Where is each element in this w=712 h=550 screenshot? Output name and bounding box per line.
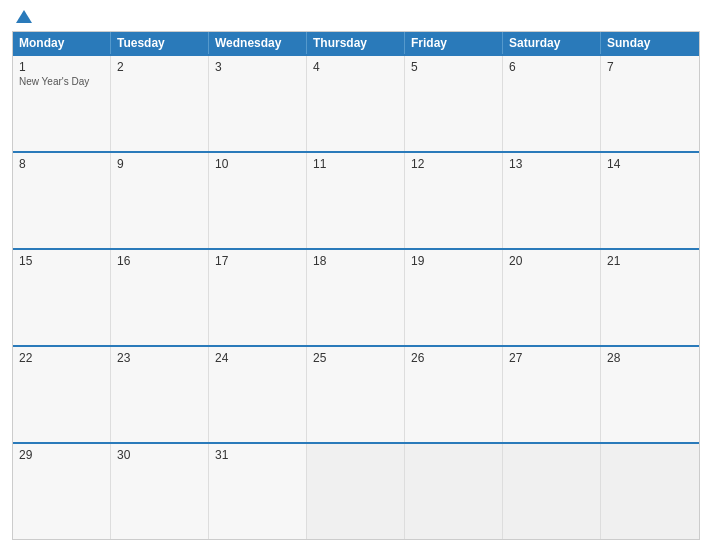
day-cell: 22 <box>13 347 111 442</box>
day-number: 9 <box>117 157 202 171</box>
day-cell: 8 <box>13 153 111 248</box>
day-number: 1 <box>19 60 104 74</box>
day-number: 25 <box>313 351 398 365</box>
day-cell: 25 <box>307 347 405 442</box>
day-cell: 30 <box>111 444 209 539</box>
day-cell: 16 <box>111 250 209 345</box>
calendar-container: Monday Tuesday Wednesday Thursday Friday… <box>0 0 712 550</box>
day-number: 17 <box>215 254 300 268</box>
day-cell: 13 <box>503 153 601 248</box>
day-number: 12 <box>411 157 496 171</box>
day-cell: 18 <box>307 250 405 345</box>
day-number: 19 <box>411 254 496 268</box>
day-cell: 21 <box>601 250 699 345</box>
day-number: 2 <box>117 60 202 74</box>
day-number: 20 <box>509 254 594 268</box>
day-number: 29 <box>19 448 104 462</box>
day-header-tuesday: Tuesday <box>111 32 209 54</box>
week-row-4: 22232425262728 <box>13 345 699 442</box>
day-cell: 5 <box>405 56 503 151</box>
day-cell: 14 <box>601 153 699 248</box>
holiday-label: New Year's Day <box>19 76 104 87</box>
weeks: 1New Year's Day2345678910111213141516171… <box>13 54 699 539</box>
week-row-3: 15161718192021 <box>13 248 699 345</box>
day-number: 24 <box>215 351 300 365</box>
day-number: 13 <box>509 157 594 171</box>
day-number: 21 <box>607 254 693 268</box>
day-cell: 19 <box>405 250 503 345</box>
day-header-wednesday: Wednesday <box>209 32 307 54</box>
day-cell: 27 <box>503 347 601 442</box>
day-number: 11 <box>313 157 398 171</box>
day-header-sunday: Sunday <box>601 32 699 54</box>
day-cell: 2 <box>111 56 209 151</box>
day-cell: 7 <box>601 56 699 151</box>
logo-blue-row <box>12 10 32 23</box>
day-cell: 20 <box>503 250 601 345</box>
day-cell: 9 <box>111 153 209 248</box>
day-number: 14 <box>607 157 693 171</box>
day-cell <box>405 444 503 539</box>
day-header-thursday: Thursday <box>307 32 405 54</box>
day-number: 28 <box>607 351 693 365</box>
day-cell: 29 <box>13 444 111 539</box>
day-cell <box>307 444 405 539</box>
week-row-1: 1New Year's Day234567 <box>13 54 699 151</box>
day-header-monday: Monday <box>13 32 111 54</box>
day-number: 15 <box>19 254 104 268</box>
day-number: 30 <box>117 448 202 462</box>
day-cell: 15 <box>13 250 111 345</box>
day-cell: 26 <box>405 347 503 442</box>
day-number: 31 <box>215 448 300 462</box>
logo <box>12 10 32 23</box>
day-cell: 4 <box>307 56 405 151</box>
day-number: 26 <box>411 351 496 365</box>
calendar-grid: Monday Tuesday Wednesday Thursday Friday… <box>12 31 700 540</box>
day-number: 10 <box>215 157 300 171</box>
day-number: 18 <box>313 254 398 268</box>
day-cell <box>601 444 699 539</box>
day-cell: 3 <box>209 56 307 151</box>
day-header-saturday: Saturday <box>503 32 601 54</box>
day-cell: 28 <box>601 347 699 442</box>
day-number: 5 <box>411 60 496 74</box>
day-number: 3 <box>215 60 300 74</box>
week-row-5: 293031 <box>13 442 699 539</box>
day-cell: 10 <box>209 153 307 248</box>
day-number: 27 <box>509 351 594 365</box>
day-number: 16 <box>117 254 202 268</box>
day-number: 22 <box>19 351 104 365</box>
week-row-2: 891011121314 <box>13 151 699 248</box>
day-number: 6 <box>509 60 594 74</box>
day-cell: 6 <box>503 56 601 151</box>
day-cell: 23 <box>111 347 209 442</box>
day-headers-row: Monday Tuesday Wednesday Thursday Friday… <box>13 32 699 54</box>
day-cell: 24 <box>209 347 307 442</box>
day-cell: 11 <box>307 153 405 248</box>
day-cell: 1New Year's Day <box>13 56 111 151</box>
day-cell: 31 <box>209 444 307 539</box>
header <box>12 10 700 23</box>
day-number: 4 <box>313 60 398 74</box>
day-cell <box>503 444 601 539</box>
day-cell: 12 <box>405 153 503 248</box>
day-number: 8 <box>19 157 104 171</box>
day-header-friday: Friday <box>405 32 503 54</box>
day-number: 23 <box>117 351 202 365</box>
logo-triangle-icon <box>16 10 32 23</box>
day-number: 7 <box>607 60 693 74</box>
day-cell: 17 <box>209 250 307 345</box>
